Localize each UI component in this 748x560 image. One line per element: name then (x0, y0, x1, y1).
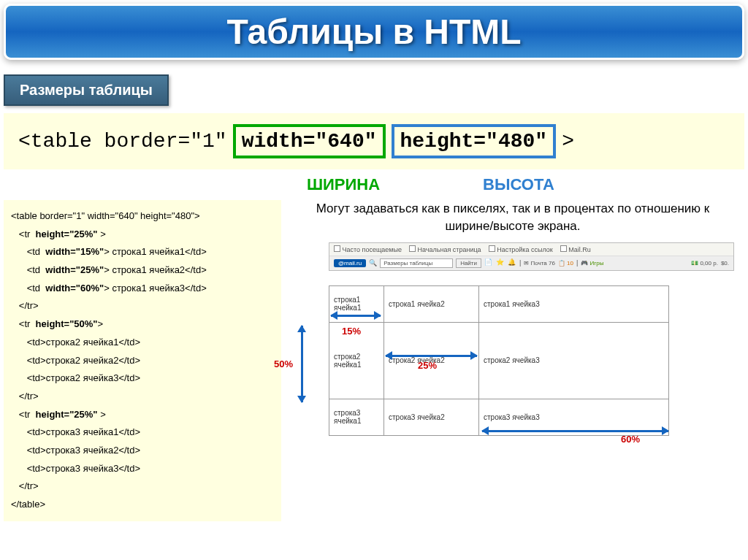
bookmark-home[interactable]: Начальная страница (409, 245, 481, 253)
code-suffix: > (562, 130, 574, 153)
code-row: <td>строка2 ячейка2</td> (11, 352, 274, 370)
main-content-area: <table border="1" width="640" height="48… (4, 200, 744, 521)
percent-60-label: 60% (621, 434, 640, 445)
divider: | (576, 259, 578, 266)
mailru-badge[interactable]: @mail.ru (334, 259, 366, 267)
cell: строка1 ячейка2 (384, 285, 479, 322)
search-input[interactable]: Размеры таблицы (380, 258, 453, 268)
games-link[interactable]: 🎮 Игры (581, 260, 603, 266)
tool-icon[interactable]: ⭐ (496, 258, 505, 267)
code-row: <tr height="25%" > (11, 226, 274, 244)
code-row: <table border="1" width="640" height="48… (11, 207, 274, 226)
code-source-block: <table border="1" width="640" height="48… (4, 200, 281, 521)
width-attr-box: width="640" (233, 124, 386, 158)
percent-50-label: 50% (274, 358, 293, 369)
code-row: </table> (11, 496, 274, 514)
tool-icon[interactable]: 🔔 (508, 258, 516, 267)
percent-25-label: 25% (418, 360, 437, 371)
browser-toolbars: Часто посещаемые Начальная страница Наст… (329, 243, 733, 270)
v-arrow-50 (301, 326, 303, 402)
height-label: ВЫСОТА (431, 175, 606, 194)
code-row: <td>строка2 ячейка1</td> (11, 334, 274, 352)
bookmark-frequent[interactable]: Часто посещаемые (334, 245, 402, 253)
bookmarks-bar: Часто посещаемые Начальная страница Наст… (329, 243, 733, 256)
table-row: строка2 ячейка1 строка2 ячейка2 строка2 … (329, 322, 669, 399)
mail-count[interactable]: ✉ Почта 76 (524, 260, 555, 266)
price-display: 💵 0,00 р. (691, 260, 718, 266)
cell: строка2 ячейка3 (479, 322, 669, 399)
width-label: ШИРИНА (256, 175, 431, 194)
code-row: <td width="60%"> строка1 ячейка3</td> (11, 280, 274, 298)
code-row: <td>строка2 ячейка3</td> (11, 369, 274, 388)
slide-title-bar: Таблицы в HTML (4, 4, 744, 60)
code-row: <tr height="50%"> (11, 315, 274, 334)
code-row: <td>строка3 ячейка1</td> (11, 423, 274, 442)
rendered-example: 50% строка1 ячейка1 строка1 ячейка2 стро… (285, 285, 741, 436)
vertical-dim-col: 50% (285, 285, 329, 436)
find-button[interactable]: Найти (456, 258, 481, 268)
search-toolbar: @mail.ru 🔍 Размеры таблицы Найти 📄 ⭐ 🔔 |… (329, 256, 733, 270)
slide-title: Таблицы в HTML (6, 12, 742, 52)
code-row: <td width="25%"> строка1 ячейка2</td> (11, 261, 274, 280)
cell: строка3 ячейка1 (329, 399, 384, 435)
code-prefix: <table border="1" (18, 130, 227, 153)
money-display: $0. (721, 260, 729, 266)
tool-icon[interactable]: 📄 (484, 258, 493, 267)
example-html-table: строка1 ячейка1 строка1 ячейка2 строка1 … (329, 285, 669, 436)
cell: строка1 ячейка3 (479, 285, 669, 322)
section-subtitle: Размеры таблицы (20, 82, 153, 98)
code-row: <td>строка3 ячейка2</td> (11, 442, 274, 460)
browser-preview: Часто посещаемые Начальная страница Наст… (329, 242, 734, 271)
code-row: <td>строка3 ячейка3</td> (11, 460, 274, 478)
divider: | (519, 259, 521, 266)
code-row: </tr> (11, 388, 274, 406)
bookmark-mailru[interactable]: Mail.Ru (560, 245, 591, 253)
code-example-large: <table border="1" width="640" height="48… (4, 113, 744, 169)
code-row: </tr> (11, 297, 274, 315)
percent-15-label: 15% (342, 326, 361, 337)
attr-labels-row: ШИРИНА ВЫСОТА (0, 175, 748, 194)
search-icon: 🔍 (369, 259, 377, 266)
height-attr-box: height="480" (392, 124, 557, 158)
code-row: <tr height="25%" > (11, 406, 274, 424)
bookmark-links[interactable]: Настройка ссылок (489, 245, 553, 253)
code-row: </tr> (11, 477, 274, 496)
cell: строка3 ячейка2 (384, 399, 479, 435)
section-subtitle-bar: Размеры таблицы (4, 74, 169, 106)
code-row: <td width="15%"> строка1 ячейка1</td> (11, 243, 274, 261)
description-text: Могут задаваться как в пикселях, так и в… (285, 200, 741, 235)
right-area: Могут задаваться как в пикселях, так и в… (281, 200, 744, 521)
notif-count[interactable]: 📋 10 (558, 260, 573, 266)
